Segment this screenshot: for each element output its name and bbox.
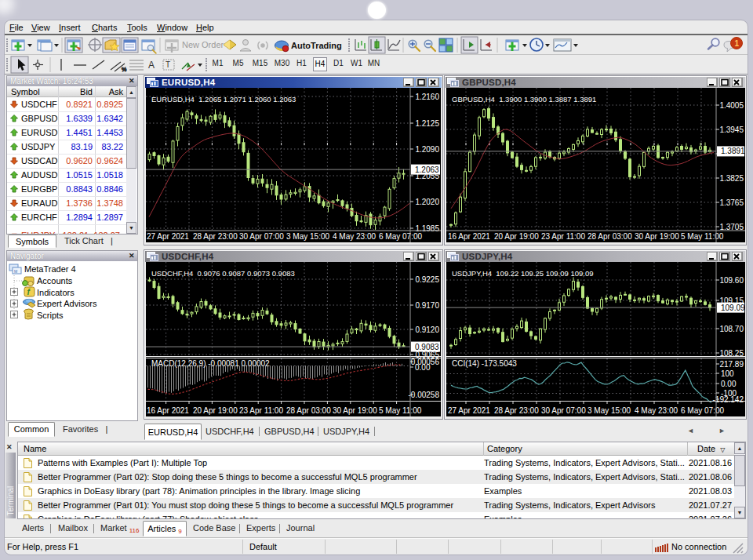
svg-text:4 May 23:00: 4 May 23:00 (635, 406, 678, 415)
svg-text:1.4005: 1.4005 (719, 101, 744, 110)
svg-text:1.2125: 1.2125 (415, 119, 439, 128)
svg-text:1.3825: 1.3825 (719, 174, 744, 183)
svg-text:Accounts: Accounts (37, 276, 73, 285)
svg-text:16 Apr 2021: 16 Apr 2021 (448, 232, 490, 241)
svg-text:1.3891: 1.3891 (721, 147, 745, 155)
svg-text:1.3705: 1.3705 (719, 223, 744, 231)
svg-text:EURUSD,H4 1.2065 1.2071 1.206: EURUSD,H4 1.2065 1.2071 1.2060 1.2063 (151, 95, 296, 104)
svg-text:0.9225: 0.9225 (415, 275, 439, 284)
svg-text:1.2090: 1.2090 (415, 145, 439, 154)
svg-text:New Order: New Order (182, 40, 224, 49)
svg-text:217.89: 217.89 (719, 360, 744, 369)
svg-text:USDCHF,H4 0.9076 0.9087 0.907: USDCHF,H4 0.9076 0.9087 0.9073 0.9083 (151, 269, 295, 278)
svg-text:3 May 15:00: 3 May 15:00 (286, 232, 329, 241)
svg-text:1.2160: 1.2160 (415, 93, 439, 101)
svg-text:Indicators: Indicators (37, 288, 75, 297)
svg-text:MetaTrader 4: MetaTrader 4 (24, 264, 76, 274)
svg-text:3 May 15:00: 3 May 15:00 (587, 406, 631, 415)
svg-text:Scripts: Scripts (37, 311, 64, 320)
svg-text:5 May 11:00: 5 May 11:00 (379, 406, 422, 415)
svg-text:Expert Advisors: Expert Advisors (37, 299, 97, 308)
svg-text:T: T (166, 60, 170, 69)
svg-text:28 Apr 23:00: 28 Apr 23:00 (193, 232, 238, 241)
svg-text:0.9120: 0.9120 (415, 325, 439, 334)
svg-text:27 Apr 2021: 27 Apr 2021 (448, 406, 490, 415)
svg-text:M: M (14, 269, 17, 274)
svg-text:0.00: 0.00 (415, 363, 431, 372)
svg-text:108.70: 108.70 (719, 325, 744, 333)
svg-text:4 May 23:00: 4 May 23:00 (333, 232, 376, 241)
svg-text:MACD(12,26,9) -0.00081 0.00002: MACD(12,26,9) -0.00081 0.00002 (151, 359, 270, 368)
svg-text:A: A (148, 60, 155, 71)
svg-text:27 Apr 2021: 27 Apr 2021 (147, 232, 189, 241)
svg-text:%: % (122, 67, 126, 72)
svg-text:28 Apr 23:00: 28 Apr 23:00 (494, 406, 539, 415)
svg-text:0.9083: 0.9083 (415, 343, 439, 351)
svg-text:108.25: 108.25 (719, 349, 744, 358)
svg-text:30 Apr 07:00: 30 Apr 07:00 (239, 232, 284, 241)
svg-text:1.3945: 1.3945 (719, 125, 744, 134)
svg-text:30 Apr 19:00: 30 Apr 19:00 (635, 232, 679, 241)
svg-text:1.2063: 1.2063 (415, 165, 439, 174)
svg-text:GBPUSD,H4 1.3900 1.3900 1.388: GBPUSD,H4 1.3900 1.3900 1.3887 1.3891 (452, 95, 596, 104)
svg-text:20 Apr 19:00: 20 Apr 19:00 (193, 406, 238, 415)
svg-text:30 Apr 19:00: 30 Apr 19:00 (333, 406, 377, 415)
svg-text:0.00: 0.00 (721, 380, 737, 388)
svg-text:20 Apr 19:00: 20 Apr 19:00 (494, 232, 539, 241)
svg-text:1.1985: 1.1985 (415, 224, 439, 233)
svg-text:28 Apr 03:00: 28 Apr 03:00 (286, 406, 331, 415)
svg-text:0.9170: 0.9170 (415, 301, 439, 310)
svg-text:23 Apr 11:00: 23 Apr 11:00 (541, 232, 585, 241)
svg-text:USDJPY,H4 109.22 109.25 109.0: USDJPY,H4 109.22 109.25 109.09 109.09 (452, 269, 593, 278)
svg-text:1: 1 (735, 39, 740, 48)
svg-text:100: 100 (721, 369, 734, 378)
svg-text:23 Apr 11:00: 23 Apr 11:00 (239, 406, 283, 415)
svg-text:CCI(14) -173.5043: CCI(14) -173.5043 (452, 359, 517, 368)
svg-text:AutoTrading: AutoTrading (291, 41, 342, 50)
svg-text:1.2020: 1.2020 (415, 198, 439, 206)
svg-text:109.60: 109.60 (719, 276, 744, 285)
svg-text:6 May 07:00: 6 May 07:00 (681, 406, 724, 415)
svg-text:109.09: 109.09 (721, 304, 745, 312)
svg-text:6 May 07:00: 6 May 07:00 (379, 232, 422, 241)
svg-text:5 May 11:00: 5 May 11:00 (681, 232, 724, 241)
svg-text:16 Apr 2021: 16 Apr 2021 (147, 406, 189, 415)
svg-text:30 Apr 07:00: 30 Apr 07:00 (541, 406, 586, 415)
svg-text:1.3765: 1.3765 (719, 198, 744, 207)
svg-text:28 Apr 03:00: 28 Apr 03:00 (587, 232, 632, 241)
